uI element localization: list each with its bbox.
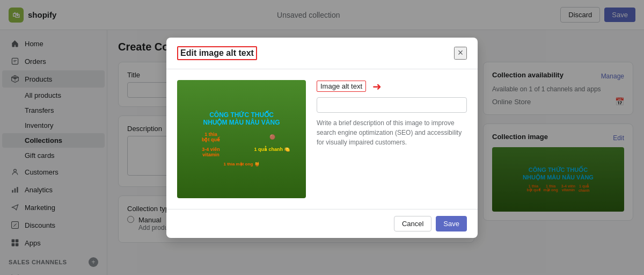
alt-text-input[interactable] (317, 97, 467, 113)
modal-vn-item-4: 1 quả chanh 🍋 (244, 147, 301, 157)
modal-footer: Cancel Save (166, 209, 478, 238)
image-alt-text-label: Image alt text (317, 81, 366, 92)
modal-vn-title: CÔNG THỨC THUỐCNHUỘM MÀU NÂU VÀNG (203, 111, 280, 127)
modal-image-container: CÔNG THỨC THUỐCNHUỘM MÀU NÂU VÀNG 1 thìa… (177, 80, 306, 198)
modal-close-button[interactable]: × (454, 47, 467, 60)
edit-alt-text-modal: Edit image alt text × CÔNG THỨC THUỐCNHU… (166, 38, 478, 238)
red-arrow-icon: ➜ (372, 80, 382, 93)
modal-overlay[interactable]: Edit image alt text × CÔNG THỨC THUỐCNHU… (0, 0, 644, 275)
modal-title: Edit image alt text (177, 46, 257, 60)
modal-vn-image: CÔNG THỨC THUỐCNHUỘM MÀU NÂU VÀNG 1 thìa… (177, 80, 306, 198)
modal-vn-item-3: 3-4 viênvitamin (182, 147, 239, 157)
alt-label-row: Image alt text ➜ (317, 80, 467, 93)
cancel-modal-button[interactable]: Cancel (394, 216, 431, 231)
modal-form-side: Image alt text ➜ Write a brief descripti… (317, 80, 467, 198)
modal-hint-text: Write a brief description of this image … (317, 118, 467, 147)
modal-body: CÔNG THỨC THUỐCNHUỘM MÀU NÂU VÀNG 1 thìa… (166, 69, 478, 209)
modal-vn-ingredients: 1 thìabột quế 🟤 3-4 viênvitamin 1 quả ch… (182, 132, 301, 157)
modal-vn-honey: 1 thìa mật ong 🍯 (224, 162, 260, 167)
modal-image-box: CÔNG THỨC THUỐCNHUỘM MÀU NÂU VÀNG 1 thìa… (177, 80, 306, 198)
modal-vn-item-1: 1 thìabột quế (182, 132, 239, 142)
modal-vn-item-2: 🟤 (244, 132, 301, 142)
save-modal-button[interactable]: Save (436, 216, 467, 231)
modal-header: Edit image alt text × (166, 38, 478, 69)
